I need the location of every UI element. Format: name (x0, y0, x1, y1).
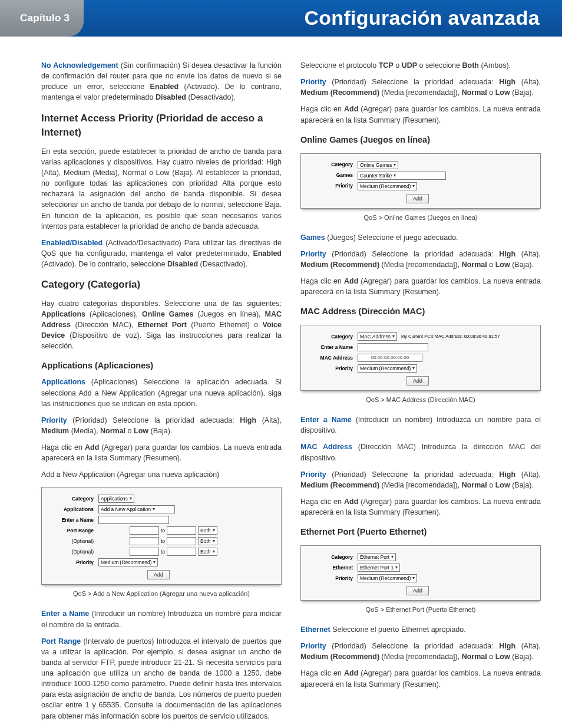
text-current-mac: My Current PC's MAC Address: 00:08:86:40… (401, 334, 500, 340)
bold: Low (495, 88, 510, 97)
caption-online-games: QoS > Online Games (Juegos en línea) (300, 213, 541, 223)
para-categories: Hay cuatro categorías disponibles. Selec… (41, 298, 282, 352)
label-mac-address: MAC Address (301, 354, 358, 361)
bold: Medium (Recommend) (300, 261, 379, 269)
para-games-priority: Priority (Prioridad) Seleccione la prior… (300, 249, 541, 270)
input-port-to-2[interactable] (167, 537, 196, 545)
para-eth-add: Haga clic en Add (Agregar) para guardar … (300, 668, 541, 689)
term-port-range: Port Range (41, 637, 81, 645)
bold: High (499, 78, 515, 86)
label-priority: Priority (301, 182, 358, 189)
text: o (487, 88, 495, 97)
label-optional-1: (Optional) (42, 538, 98, 545)
left-column: No Acknowledgement (Sin confirmación) Si… (41, 60, 282, 728)
select-ethernet-port[interactable]: Ethernet Port 1 (358, 564, 400, 572)
chapter-tab: Capítulo 3 (0, 0, 84, 37)
input-mac-address[interactable]: 00:00:00:00:00:00 (358, 354, 422, 362)
label-enter-name: Enter a Name (301, 344, 358, 351)
add-button[interactable]: Add (406, 376, 429, 386)
bold: Normal (462, 481, 487, 489)
text: (Intervalo de puertos) Introduzca el int… (41, 637, 282, 720)
input-enter-name[interactable] (98, 516, 169, 524)
bold: Ethernet Port (138, 321, 187, 329)
add-button[interactable]: Add (406, 586, 429, 595)
bold: Low (495, 481, 510, 489)
bold: Add (344, 498, 358, 506)
bold: Normal (462, 653, 487, 661)
label-category: Category (42, 495, 98, 502)
label-category: Category (301, 554, 358, 561)
text: (Baja). (510, 481, 534, 489)
select-category[interactable]: Applications (98, 495, 134, 503)
text: Haga clic en (300, 277, 344, 285)
para-games-add: Haga clic en Add (Agregar) para guardar … (300, 276, 541, 297)
select-proto-3[interactable]: Both (198, 548, 217, 556)
text: (Dirección MAC), (71, 321, 138, 329)
input-port-from-2[interactable] (130, 537, 159, 545)
para-add-new-app-title: Add a New Application (Agregar una nueva… (41, 469, 282, 480)
text: (Baja). (510, 261, 534, 269)
text: (Baja). (148, 427, 172, 435)
select-proto-2[interactable]: Both (198, 537, 217, 545)
label-category: Category (301, 333, 358, 340)
bold: Add (344, 669, 358, 677)
bold: High (499, 250, 515, 258)
text: (Prioridad) Seleccione la prioridad adec… (67, 416, 240, 424)
para-apps-add: Haga clic en Add (Agregar) para guardar … (41, 442, 282, 463)
select-category[interactable]: MAC Address (358, 332, 397, 341)
select-category[interactable]: Online Games (358, 161, 398, 169)
add-button[interactable]: Add (406, 194, 429, 203)
bold: Online Games (142, 310, 194, 318)
term-priority: Priority (41, 416, 67, 424)
para-apps-priority: Priority (Prioridad) Seleccione la prior… (41, 415, 282, 436)
text: Seleccione el puerto Ethernet apropiado. (330, 625, 466, 634)
text: (Alta), (515, 470, 541, 479)
text-to: to (161, 538, 165, 545)
text: (Activado). De lo contrario, seleccione (41, 260, 167, 268)
bold: Low (495, 653, 510, 661)
text: Haga clic en (41, 443, 85, 452)
label-category: Category (301, 161, 358, 168)
text: (Alta), (515, 250, 541, 258)
text: (Alta), (515, 642, 541, 650)
term-enter-name: Enter a Name (300, 416, 352, 424)
input-enter-name[interactable] (358, 343, 428, 351)
term-priority: Priority (300, 250, 326, 258)
text: Haga clic en (300, 498, 344, 506)
bold: Both (462, 61, 478, 70)
heading-internet-access-priority: Internet Access Priority (Prioridad de a… (41, 111, 282, 140)
select-category[interactable]: Ethernet Port (358, 553, 396, 561)
input-port-from-3[interactable] (130, 548, 159, 556)
label-applications: Applications (42, 506, 98, 513)
bold: Applications (41, 310, 85, 318)
bold: Medium (Recommend) (300, 481, 379, 489)
text: (Juegos) Seleccione el juego adecuado. (325, 233, 458, 242)
term-enter-name: Enter a Name (41, 610, 89, 618)
input-port-from-1[interactable] (130, 526, 159, 535)
add-button[interactable]: Add (147, 570, 170, 579)
para-mac-priority: Priority (Prioridad) Seleccione la prior… (300, 469, 541, 490)
text: (Prioridad) Seleccione la prioridad adec… (326, 470, 500, 479)
text: (Prioridad) Seleccione la prioridad adec… (326, 78, 500, 86)
term-enabled-disabled: Enabled/Disabled (41, 239, 103, 247)
para-mac-add: Haga clic en Add (Agregar) para guardar … (300, 496, 541, 518)
para-enter-a-name: Enter a Name (Introducir un nombre) Intr… (41, 608, 282, 630)
select-applications[interactable]: Add a New Application (98, 505, 175, 513)
label-priority: Priority (301, 365, 358, 372)
input-port-to-3[interactable] (167, 548, 196, 556)
text: o seleccione (417, 61, 462, 70)
bold: Disabled (167, 260, 198, 268)
heading-online-games: Online Games (Juegos en línea) (300, 134, 541, 146)
select-priority[interactable]: Medium (Recommend) (358, 364, 417, 373)
select-priority[interactable]: Medium (Recommend) (358, 574, 417, 582)
select-priority[interactable]: Medium (Recommend) (358, 182, 417, 190)
select-game[interactable]: Counter Strike (358, 172, 446, 180)
select-priority[interactable]: Medium (Recommend) (98, 558, 158, 566)
text: o (487, 653, 495, 661)
select-proto-1[interactable]: Both (198, 526, 217, 535)
bold: Medium (Recommend) (300, 653, 379, 661)
input-port-to-1[interactable] (167, 526, 196, 535)
text-to: to (161, 548, 165, 555)
text-to: to (161, 527, 165, 534)
text: (Desactivado). (198, 260, 247, 268)
